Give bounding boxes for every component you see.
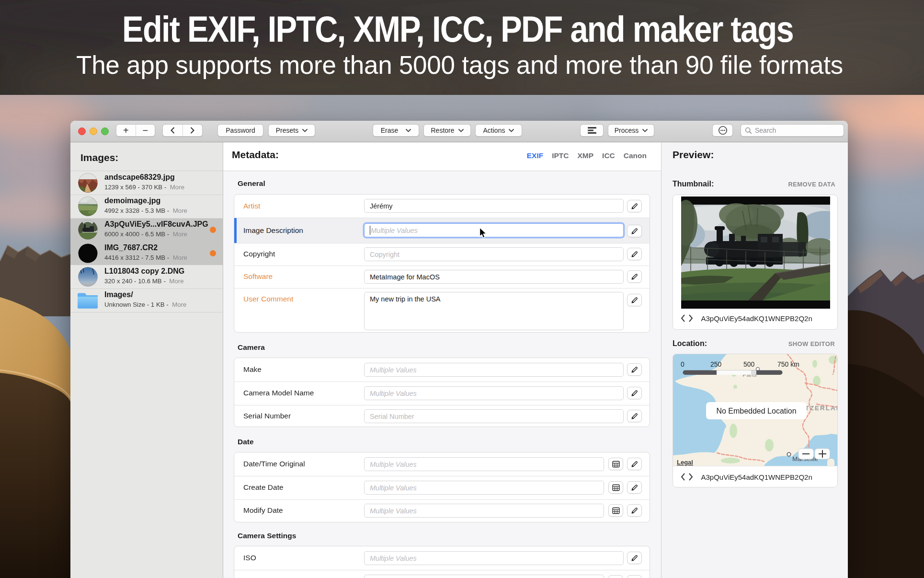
svg-text:750 km: 750 km: [777, 360, 799, 368]
svg-text:0: 0: [681, 360, 684, 368]
svg-text:No Embedded Location: No Embedded Location: [716, 407, 796, 415]
svg-text:Legal: Legal: [677, 459, 693, 466]
svg-text:250: 250: [710, 360, 722, 368]
svg-text:500: 500: [743, 360, 755, 368]
